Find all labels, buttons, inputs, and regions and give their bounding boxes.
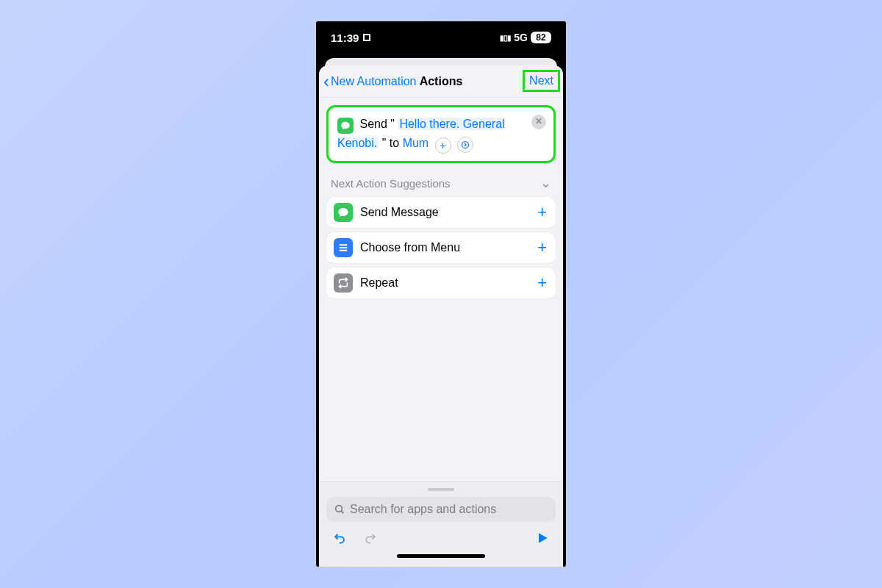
repeat-icon — [334, 273, 353, 293]
redo-button — [362, 529, 379, 547]
messages-icon — [334, 203, 353, 222]
toolbar — [326, 522, 556, 550]
expand-action-button[interactable] — [457, 137, 473, 153]
signal-icon: ▮▯▮ — [500, 34, 511, 42]
svg-point-0 — [462, 142, 469, 148]
suggestion-label: Choose from Menu — [360, 241, 537, 254]
menu-icon — [334, 238, 353, 257]
svg-line-5 — [341, 511, 343, 513]
suggestions-list: Send Message + Choose from Menu + Repeat… — [326, 197, 556, 298]
add-suggestion-button[interactable]: + — [537, 273, 548, 293]
back-label: New Automation — [331, 75, 417, 88]
run-button[interactable] — [534, 529, 551, 547]
nav-bar: ‹ New Automation Actions Next — [319, 65, 563, 98]
suggestion-label: Repeat — [360, 276, 537, 290]
action-text-send: Send " — [359, 118, 395, 130]
chevron-down-icon: ⌄ — [540, 175, 551, 191]
suggestion-label: Send Message — [360, 206, 537, 219]
undo-button[interactable] — [331, 529, 348, 547]
add-suggestion-button[interactable]: + — [537, 203, 548, 222]
grab-handle[interactable] — [428, 488, 454, 491]
nav-title: Actions — [420, 75, 463, 88]
actions-sheet: ‹ New Automation Actions Next ✕ Send " H… — [319, 65, 563, 567]
suggestion-send-message[interactable]: Send Message + — [326, 197, 556, 228]
action-text-to: " to — [382, 137, 399, 149]
send-message-action-card[interactable]: ✕ Send " Hello there. General Kenobi. " … — [326, 105, 556, 163]
svg-point-4 — [336, 506, 343, 512]
suggestion-repeat[interactable]: Repeat + — [326, 268, 556, 298]
remove-action-button[interactable]: ✕ — [531, 115, 546, 129]
phone-frame: 11:39 ▮▯▮ 5G 82 ‹ New Automation Actions… — [315, 21, 567, 567]
status-bar: 11:39 ▮▯▮ 5G 82 — [316, 21, 566, 54]
svg-rect-1 — [340, 245, 348, 246]
home-indicator[interactable] — [397, 554, 485, 558]
chevron-left-icon: ‹ — [323, 73, 329, 90]
status-time: 11:39 — [331, 32, 359, 44]
next-button[interactable]: Next — [523, 70, 560, 92]
network-label: 5G — [514, 32, 528, 43]
suggestions-header[interactable]: Next Action Suggestions ⌄ — [331, 175, 551, 191]
search-icon — [334, 503, 345, 515]
add-suggestion-button[interactable]: + — [537, 238, 548, 257]
messages-app-icon — [337, 118, 354, 134]
search-field[interactable]: Search for apps and actions — [326, 497, 556, 522]
battery-badge: 82 — [531, 32, 551, 43]
location-icon — [363, 34, 370, 41]
bottom-bar: Search for apps and actions — [319, 481, 563, 567]
search-placeholder: Search for apps and actions — [350, 503, 496, 516]
add-recipient-button[interactable]: + — [435, 137, 451, 154]
back-button[interactable]: ‹ New Automation — [323, 65, 417, 97]
svg-rect-3 — [340, 250, 348, 251]
suggestions-title: Next Action Suggestions — [331, 177, 451, 190]
recipient-token[interactable]: Mum — [403, 137, 429, 149]
svg-rect-2 — [340, 247, 348, 248]
suggestion-choose-from-menu[interactable]: Choose from Menu + — [326, 232, 556, 263]
